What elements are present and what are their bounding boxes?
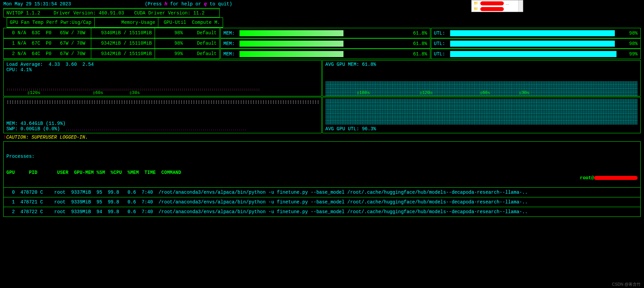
mem-bar: MEM: 61.8% — [220, 28, 430, 38]
proc-title: Processes: — [6, 154, 181, 159]
folder-icon: 📁 — [474, 7, 478, 11]
utl-bar: UTL: 99% — [431, 49, 641, 59]
col-header-2: Memory-Usage — [95, 18, 158, 28]
top-bar: Mon May 29 15:31:54 2023 (Press h for he… — [0, 0, 644, 8]
cuda-version: CUDA Driver Version: 11.2 — [134, 10, 205, 16]
mem-bar: MEM: 61.8% — [220, 49, 430, 59]
gpu-table: GPU Fan Temp Perf Pwr:Usg/Cap Memory-Usa… — [7, 17, 223, 28]
mem-bar: MEM: 61.8% — [220, 38, 430, 49]
driver-version: Driver Version: 460.91.03 — [54, 10, 124, 16]
gpu-row: 1 N/A 67C P0 67W / 70W 9342MiB / 15110Mi… — [3, 38, 644, 49]
mem-chart: ::::::::::::::::::::::::::::::::::::::::… — [3, 97, 322, 133]
gpu-row: 2 N/A 64C P0 67W / 70W 9342MiB / 15110Mi… — [3, 49, 644, 59]
col-header-1: GPU Fan Temp Perf Pwr:Usg/Cap — [7, 18, 94, 28]
cpu-chart: Load Average: 4.33 3.60 2.54 CPU: 4.1% :… — [3, 60, 322, 96]
process-row[interactable]: 1 478721 C root 9339MiB 95 99.8 0.6 7:40… — [4, 197, 640, 207]
app-name: NVITOP 1.1.2 — [6, 10, 40, 16]
gpu-utl-chart: ▒▒▒▒▒▒▒▒▒▒▒▒▒▒▒▒▒▒▒▒▒▒▒▒▒▒▒▒▒▒▒▒▒▒▒▒▒▒▒▒… — [322, 97, 641, 133]
utl-bar: UTL: 98% — [431, 38, 641, 49]
process-row[interactable]: 2 478722 C root 9339MiB 94 99.8 0.6 7:40… — [4, 207, 640, 217]
folder-icon: 📁 — [474, 1, 478, 5]
redacted-text — [480, 7, 504, 11]
version-header: NVITOP 1.1.2 Driver Version: 460.91.03 C… — [3, 8, 220, 17]
gpu-row: 0 N/A 63C P0 65W / 70W 9340MiB / 15110Mi… — [3, 28, 644, 38]
popup-item[interactable]: 📁 ... — [472, 0, 523, 6]
scrollbar[interactable] — [518, 0, 523, 12]
hostname-redacted — [594, 176, 638, 180]
redacted-text — [480, 1, 504, 5]
caution-banner: !CAUTION: SUPERUSER LOGGED-IN. — [3, 135, 641, 140]
col-header-3: GPU-Util Compute M. — [158, 18, 223, 28]
file-browser-popup[interactable]: 📁 ... 📁 — [471, 0, 523, 12]
utl-bar: UTL: 98% — [431, 28, 641, 38]
process-row[interactable]: 0 478720 C root 9337MiB 95 99.8 0.6 7:40… — [4, 188, 640, 197]
help-hint: (Press h for help or q to quit) — [145, 1, 232, 7]
gpu-mem-chart: AVG GPU MEM: 61.8% ▒▒▒▒▒▒▒▒▒▒▒▒▒▒▒▒▒▒▒▒▒… — [322, 60, 641, 96]
watermark: CSDN @蒋含竹 — [612, 282, 641, 287]
popup-item[interactable]: 📁 — [472, 6, 523, 12]
process-table: Processes: GPU PID USER GPU-MEM %SM %CPU… — [3, 141, 641, 217]
datetime: Mon May 29 15:31:54 2023 — [3, 1, 71, 7]
proc-columns: GPU PID USER GPU-MEM %SM %CPU %MEM TIME … — [6, 170, 181, 175]
